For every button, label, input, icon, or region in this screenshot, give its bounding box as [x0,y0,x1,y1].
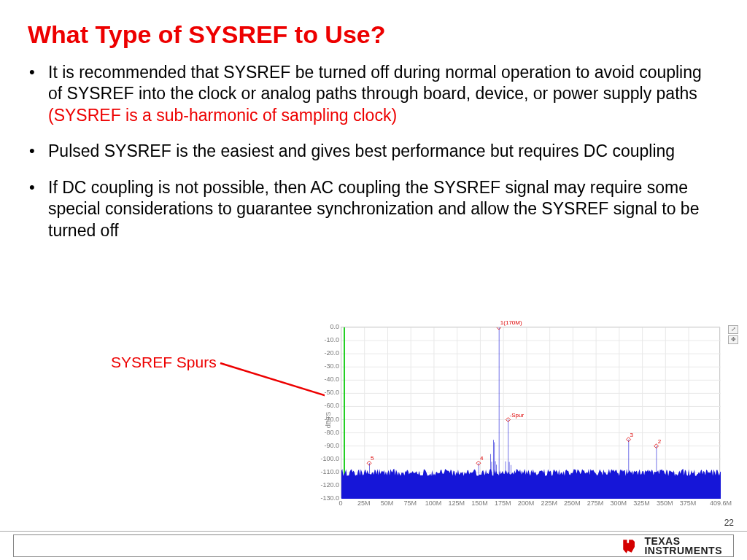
chart-svg [341,327,721,499]
zoom-icon[interactable]: ⤢ [728,325,738,334]
bullet-emphasis: (SYSREF is a sub-harmonic of sampling cl… [48,106,397,125]
chart-ytick: -30.0 [320,362,339,370]
chart-xtick: 200M [516,499,536,507]
chart-xtick: 225M [539,499,560,507]
chart-xtick: 75M [400,499,420,507]
bullet-text: If DC coupling is not possible, then AC … [48,178,699,240]
chart-xtick: 50M [376,499,397,507]
chart-xtick: 325M [632,499,652,507]
footer: TEXAS INSTRUMENTS [0,531,747,560]
chart-xtick: 175M [492,499,513,507]
chart-ytick: -70.0 [320,416,339,423]
chart-ytick: -110.0 [320,468,339,475]
slide-title: What Type of SYSREF to Use? [28,20,719,49]
bullet-text: It is recommended that SYSREF be turned … [48,63,702,103]
bullet-item: Pulsed SYSREF is the easiest and gives b… [28,141,719,162]
chart-marker-label: 2 [658,438,661,445]
chart-ytick: -90.0 [320,442,339,449]
chart-ytick: -60.0 [320,402,339,409]
chart-ytick: -120.0 [320,481,339,489]
chart-marker-label: 3 [630,432,633,438]
page-number: 22 [724,518,734,528]
chart-xtick: 300M [608,499,629,507]
chart-xtick: 150M [469,499,489,507]
chart-xtick: 375M [678,499,698,507]
ti-wordmark: TEXAS INSTRUMENTS [644,537,722,555]
slide: What Type of SYSREF to Use? It is recomm… [0,0,747,560]
chart-ytick: -100.0 [320,455,339,462]
chart-marker-label: 5 [371,455,374,462]
chart-xtick: 100M [423,499,444,507]
chart-xtick: 409.6M [710,499,730,507]
chart-ytick: -80.0 [320,429,339,436]
chart-marker-label: 4 [480,455,483,462]
chart-xtick: 125M [446,499,467,507]
spectrum-chart: dBFS ⤢ ✥ 0.0-10.0-20.0-30.0-40.0-50.0-60… [325,321,729,519]
ti-logo: TEXAS INSTRUMENTS [619,532,722,560]
chart-xtick: 275M [585,499,605,507]
chart-ytick: -40.0 [320,376,339,383]
chart-marker-label: -Spur [510,412,525,419]
chart-xtick: 25M [354,499,374,507]
pan-icon[interactable]: ✥ [728,335,738,344]
bullet-list: It is recommended that SYSREF be turned … [28,62,719,241]
ti-mark-icon [619,536,640,556]
chart-ytick: 0.0 [320,323,339,330]
bullet-text: Pulsed SYSREF is the easiest and gives b… [48,141,675,160]
bullet-item: If DC coupling is not possible, then AC … [28,177,719,241]
chart-ytick: -50.0 [320,389,339,396]
ti-word-line2: INSTRUMENTS [644,546,722,556]
chart-plot-area [341,327,720,498]
chart-xtick: 0 [330,499,351,507]
chart-ytick: -10.0 [320,336,339,343]
annotation-label: SYSREF Spurs [111,354,217,371]
chart-marker-label: 1(170M) [500,319,522,326]
bullet-item: It is recommended that SYSREF be turned … [28,62,719,126]
chart-xtick: 350M [654,499,675,507]
chart-xtick: 250M [562,499,582,507]
chart-ytick: -20.0 [320,349,339,357]
chart-tool-icons: ⤢ ✥ [728,325,738,344]
